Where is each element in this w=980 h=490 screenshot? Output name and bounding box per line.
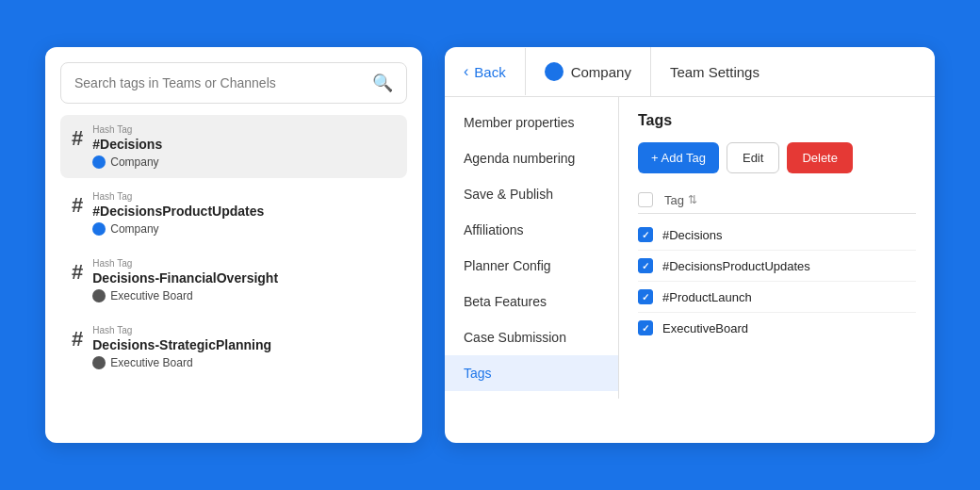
nav-item[interactable]: Agenda numbering [445, 140, 618, 176]
hash-symbol: # [72, 262, 83, 283]
nav-item[interactable]: Member properties [445, 105, 618, 140]
edit-button[interactable]: Edit [727, 142, 779, 173]
tag-label: Hash Tag [92, 258, 278, 269]
tags-content: Tags + Add Tag Edit Delete Tag ⇅ #Decisi… [619, 97, 935, 399]
right-header: ‹ Back Company Team Settings [445, 47, 935, 97]
tag-name: Decisions-FinancialOversight [92, 270, 278, 286]
nav-item[interactable]: Tags [445, 355, 618, 391]
tag-name: #Decisions [92, 137, 162, 152]
tag-info: Hash Tag #DecisionsProductUpdates Compan… [92, 191, 264, 236]
tags-actions: + Add Tag Edit Delete [638, 142, 916, 173]
tag-item[interactable]: # Hash Tag Decisions-FinancialOversight … [60, 249, 407, 312]
tag-item[interactable]: # Hash Tag #Decisions Company [60, 115, 407, 178]
add-tag-button[interactable]: + Add Tag [638, 142, 719, 173]
company-button[interactable]: Company [526, 47, 651, 96]
channel-name: Executive Board [110, 289, 192, 302]
nav-item[interactable]: Planner Config [445, 248, 618, 284]
right-body: Member propertiesAgenda numberingSave & … [445, 97, 935, 399]
tag-label: Hash Tag [92, 191, 264, 202]
table-row[interactable]: #DecisionsProductUpdates [638, 251, 916, 282]
channel-icon [92, 222, 106, 236]
tag-info: Hash Tag Decisions-FinancialOversight Ex… [92, 258, 278, 302]
tag-channel: Executive Board [92, 356, 271, 369]
channel-name: Company [110, 222, 158, 236]
tags-title: Tags [638, 112, 916, 129]
table-row[interactable]: #ProductLaunch [638, 282, 916, 313]
tag-row-name: #ProductLaunch [662, 290, 752, 304]
row-checkbox[interactable] [638, 258, 653, 273]
tag-item[interactable]: # Hash Tag #DecisionsProductUpdates Comp… [60, 182, 407, 245]
company-label: Company [571, 64, 631, 80]
nav-item[interactable]: Affiliations [445, 212, 618, 248]
tag-item[interactable]: # Hash Tag Decisions-StrategicPlanning E… [60, 316, 407, 379]
tags-table-header: Tag ⇅ [638, 187, 916, 214]
search-input[interactable] [74, 75, 372, 90]
back-chevron-icon: ‹ [464, 63, 468, 80]
table-row[interactable]: #Decisions [638, 220, 916, 251]
channel-name: Executive Board [110, 356, 192, 369]
channel-icon [92, 155, 106, 169]
channel-name: Company [110, 155, 158, 169]
nav-menu: Member propertiesAgenda numberingSave & … [445, 97, 619, 399]
nav-item[interactable]: Case Submission [445, 319, 618, 355]
channel-icon [92, 289, 106, 302]
row-checkbox[interactable] [638, 227, 653, 242]
hash-symbol: # [72, 195, 83, 216]
tag-info: Hash Tag #Decisions Company [92, 124, 162, 169]
table-row[interactable]: ExecutiveBoard [638, 313, 916, 343]
nav-item[interactable]: Beta Features [445, 284, 618, 319]
tag-label: Hash Tag [92, 325, 271, 335]
search-box[interactable]: 🔍 [60, 62, 407, 104]
company-icon [545, 62, 564, 81]
back-button[interactable]: ‹ Back [445, 48, 526, 95]
tag-column-header: Tag ⇅ [664, 193, 697, 207]
tag-row-name: ExecutiveBoard [662, 321, 748, 335]
sort-icon[interactable]: ⇅ [688, 193, 697, 206]
nav-item[interactable]: Save & Publish [445, 176, 618, 212]
right-panel: ‹ Back Company Team Settings Member prop… [445, 47, 935, 443]
hash-symbol: # [72, 128, 83, 149]
select-all-checkbox[interactable] [638, 192, 653, 207]
tag-channel: Company [92, 222, 264, 236]
team-settings-label: Team Settings [651, 49, 778, 95]
tag-info: Hash Tag Decisions-StrategicPlanning Exe… [92, 325, 271, 369]
search-icon: 🔍 [372, 73, 393, 93]
row-checkbox[interactable] [638, 289, 653, 304]
tag-channel: Company [92, 155, 162, 169]
hash-symbol: # [72, 329, 83, 350]
tag-label: Hash Tag [92, 124, 162, 135]
header-checkbox [638, 192, 657, 207]
tag-name: Decisions-StrategicPlanning [92, 337, 271, 352]
tag-rows: #Decisions #DecisionsProductUpdates #Pro… [638, 220, 916, 343]
tag-list: # Hash Tag #Decisions Company # Hash Tag… [60, 115, 407, 379]
row-checkbox[interactable] [638, 320, 653, 335]
tag-name: #DecisionsProductUpdates [92, 204, 264, 219]
tag-channel: Executive Board [92, 289, 278, 302]
back-label: Back [474, 64, 505, 80]
left-panel: 🔍 # Hash Tag #Decisions Company # Hash T… [45, 47, 422, 443]
channel-icon [92, 356, 106, 369]
tag-row-name: #Decisions [662, 228, 723, 242]
tag-row-name: #DecisionsProductUpdates [662, 259, 810, 273]
delete-button[interactable]: Delete [787, 142, 853, 173]
